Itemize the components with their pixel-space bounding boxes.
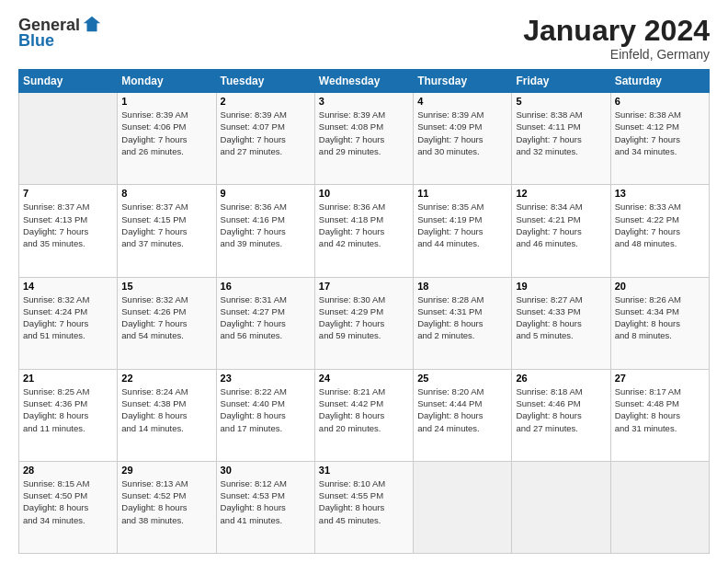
day-number: 26 (516, 373, 606, 384)
day-number: 13 (615, 188, 705, 199)
calendar-cell: 26Sunrise: 8:18 AM Sunset: 4:46 PM Dayli… (512, 369, 610, 461)
calendar-cell: 28Sunrise: 8:15 AM Sunset: 4:50 PM Dayli… (19, 461, 118, 553)
calendar-subtitle: Einfeld, Germany (523, 47, 710, 62)
day-number: 30 (221, 465, 311, 476)
calendar-cell: 11Sunrise: 8:35 AM Sunset: 4:19 PM Dayli… (414, 185, 512, 277)
day-number: 9 (221, 188, 311, 199)
day-number: 16 (221, 281, 311, 292)
day-number: 19 (516, 281, 606, 292)
day-number: 3 (319, 96, 409, 107)
day-number: 17 (319, 281, 409, 292)
calendar-header-row: Sunday Monday Tuesday Wednesday Thursday… (19, 70, 710, 93)
day-number: 28 (23, 465, 113, 476)
svg-marker-0 (84, 17, 100, 32)
title-block: January 2024 Einfeld, Germany (523, 15, 710, 62)
col-friday: Friday (512, 70, 610, 93)
calendar-cell: 23Sunrise: 8:22 AM Sunset: 4:40 PM Dayli… (216, 369, 314, 461)
calendar-cell: 13Sunrise: 8:33 AM Sunset: 4:22 PM Dayli… (610, 185, 709, 277)
header: General Blue January 2024 Einfeld, Germa… (18, 15, 710, 62)
calendar-week-1: 1Sunrise: 8:39 AM Sunset: 4:06 PM Daylig… (19, 93, 710, 185)
day-info: Sunrise: 8:39 AM Sunset: 4:06 PM Dayligh… (121, 109, 211, 157)
day-number: 23 (221, 373, 311, 384)
calendar-week-2: 7Sunrise: 8:37 AM Sunset: 4:13 PM Daylig… (19, 185, 710, 277)
day-info: Sunrise: 8:32 AM Sunset: 4:24 PM Dayligh… (23, 293, 113, 342)
calendar-cell: 20Sunrise: 8:26 AM Sunset: 4:34 PM Dayli… (610, 277, 709, 369)
calendar-week-5: 28Sunrise: 8:15 AM Sunset: 4:50 PM Dayli… (19, 461, 710, 553)
day-number: 7 (23, 188, 113, 199)
calendar-cell: 4Sunrise: 8:39 AM Sunset: 4:09 PM Daylig… (414, 93, 512, 185)
calendar-cell: 14Sunrise: 8:32 AM Sunset: 4:24 PM Dayli… (19, 277, 118, 369)
logo-icon (82, 15, 102, 35)
day-info: Sunrise: 8:22 AM Sunset: 4:40 PM Dayligh… (221, 385, 311, 434)
day-number: 2 (221, 96, 311, 107)
day-info: Sunrise: 8:24 AM Sunset: 4:38 PM Dayligh… (121, 385, 211, 434)
calendar-cell: 15Sunrise: 8:32 AM Sunset: 4:26 PM Dayli… (118, 277, 216, 369)
day-info: Sunrise: 8:15 AM Sunset: 4:50 PM Dayligh… (23, 477, 113, 526)
logo: General Blue (18, 15, 102, 51)
day-info: Sunrise: 8:32 AM Sunset: 4:26 PM Dayligh… (121, 293, 211, 342)
day-info: Sunrise: 8:38 AM Sunset: 4:11 PM Dayligh… (516, 109, 606, 157)
page: General Blue January 2024 Einfeld, Germa… (0, 0, 728, 563)
day-info: Sunrise: 8:17 AM Sunset: 4:48 PM Dayligh… (615, 385, 705, 434)
day-info: Sunrise: 8:31 AM Sunset: 4:27 PM Dayligh… (221, 293, 311, 342)
calendar-week-3: 14Sunrise: 8:32 AM Sunset: 4:24 PM Dayli… (19, 277, 710, 369)
logo-blue-text: Blue (18, 31, 54, 51)
day-number: 27 (615, 373, 705, 384)
day-info: Sunrise: 8:28 AM Sunset: 4:31 PM Dayligh… (417, 293, 507, 342)
col-saturday: Saturday (610, 70, 709, 93)
calendar-cell: 17Sunrise: 8:30 AM Sunset: 4:29 PM Dayli… (314, 277, 413, 369)
calendar-cell: 29Sunrise: 8:13 AM Sunset: 4:52 PM Dayli… (118, 461, 216, 553)
day-info: Sunrise: 8:26 AM Sunset: 4:34 PM Dayligh… (615, 293, 705, 342)
day-number: 6 (615, 96, 705, 107)
day-number: 22 (121, 373, 211, 384)
calendar-cell: 12Sunrise: 8:34 AM Sunset: 4:21 PM Dayli… (512, 185, 610, 277)
col-sunday: Sunday (19, 70, 118, 93)
calendar-cell: 1Sunrise: 8:39 AM Sunset: 4:06 PM Daylig… (118, 93, 216, 185)
calendar-cell: 30Sunrise: 8:12 AM Sunset: 4:53 PM Dayli… (216, 461, 314, 553)
day-number: 21 (23, 373, 113, 384)
calendar-cell: 5Sunrise: 8:38 AM Sunset: 4:11 PM Daylig… (512, 93, 610, 185)
day-info: Sunrise: 8:33 AM Sunset: 4:22 PM Dayligh… (615, 201, 705, 249)
calendar-week-4: 21Sunrise: 8:25 AM Sunset: 4:36 PM Dayli… (19, 369, 710, 461)
day-info: Sunrise: 8:37 AM Sunset: 4:13 PM Dayligh… (23, 201, 113, 249)
day-info: Sunrise: 8:20 AM Sunset: 4:44 PM Dayligh… (417, 385, 507, 434)
day-info: Sunrise: 8:10 AM Sunset: 4:55 PM Dayligh… (319, 477, 409, 526)
day-info: Sunrise: 8:21 AM Sunset: 4:42 PM Dayligh… (319, 385, 409, 434)
day-number: 14 (23, 281, 113, 292)
calendar-cell: 21Sunrise: 8:25 AM Sunset: 4:36 PM Dayli… (19, 369, 118, 461)
day-info: Sunrise: 8:37 AM Sunset: 4:15 PM Dayligh… (121, 201, 211, 249)
calendar-title: January 2024 (523, 15, 710, 47)
day-info: Sunrise: 8:18 AM Sunset: 4:46 PM Dayligh… (516, 385, 606, 434)
day-info: Sunrise: 8:39 AM Sunset: 4:07 PM Dayligh… (221, 109, 311, 157)
calendar-cell: 9Sunrise: 8:36 AM Sunset: 4:16 PM Daylig… (216, 185, 314, 277)
day-info: Sunrise: 8:35 AM Sunset: 4:19 PM Dayligh… (417, 201, 507, 249)
day-info: Sunrise: 8:30 AM Sunset: 4:29 PM Dayligh… (319, 293, 409, 342)
calendar-cell (610, 461, 709, 553)
day-info: Sunrise: 8:39 AM Sunset: 4:08 PM Dayligh… (319, 109, 409, 157)
calendar-cell (414, 461, 512, 553)
day-info: Sunrise: 8:38 AM Sunset: 4:12 PM Dayligh… (615, 109, 705, 157)
calendar-cell: 22Sunrise: 8:24 AM Sunset: 4:38 PM Dayli… (118, 369, 216, 461)
day-info: Sunrise: 8:36 AM Sunset: 4:18 PM Dayligh… (319, 201, 409, 249)
calendar-cell: 19Sunrise: 8:27 AM Sunset: 4:33 PM Dayli… (512, 277, 610, 369)
calendar-cell: 2Sunrise: 8:39 AM Sunset: 4:07 PM Daylig… (216, 93, 314, 185)
day-number: 11 (417, 188, 507, 199)
calendar-cell: 8Sunrise: 8:37 AM Sunset: 4:15 PM Daylig… (118, 185, 216, 277)
day-info: Sunrise: 8:13 AM Sunset: 4:52 PM Dayligh… (121, 477, 211, 526)
calendar-cell: 25Sunrise: 8:20 AM Sunset: 4:44 PM Dayli… (414, 369, 512, 461)
day-info: Sunrise: 8:36 AM Sunset: 4:16 PM Dayligh… (221, 201, 311, 249)
day-number: 31 (319, 465, 409, 476)
calendar-cell: 6Sunrise: 8:38 AM Sunset: 4:12 PM Daylig… (610, 93, 709, 185)
col-tuesday: Tuesday (216, 70, 314, 93)
calendar-cell: 7Sunrise: 8:37 AM Sunset: 4:13 PM Daylig… (19, 185, 118, 277)
col-thursday: Thursday (414, 70, 512, 93)
day-number: 1 (121, 96, 211, 107)
calendar-cell: 18Sunrise: 8:28 AM Sunset: 4:31 PM Dayli… (414, 277, 512, 369)
day-number: 18 (417, 281, 507, 292)
col-monday: Monday (118, 70, 216, 93)
day-number: 5 (516, 96, 606, 107)
day-info: Sunrise: 8:12 AM Sunset: 4:53 PM Dayligh… (221, 477, 311, 526)
calendar-cell: 31Sunrise: 8:10 AM Sunset: 4:55 PM Dayli… (314, 461, 413, 553)
day-number: 20 (615, 281, 705, 292)
day-info: Sunrise: 8:27 AM Sunset: 4:33 PM Dayligh… (516, 293, 606, 342)
